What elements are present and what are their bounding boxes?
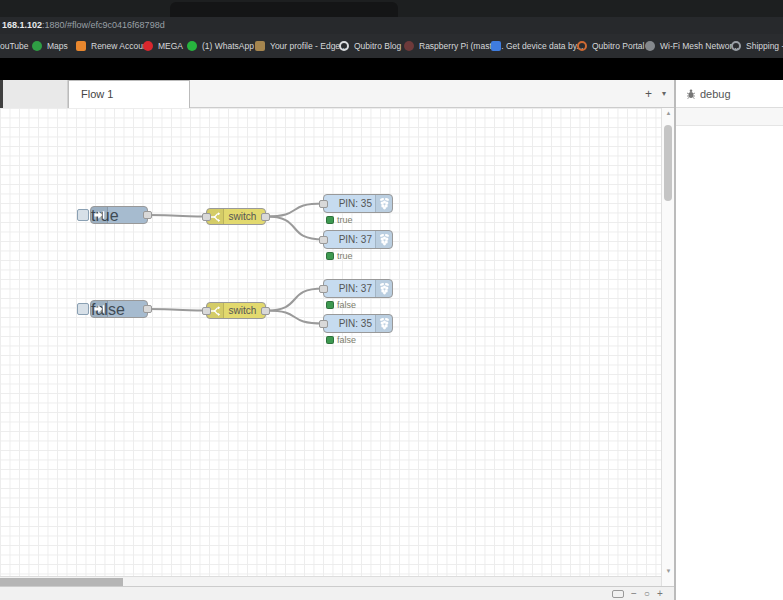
- wire: [148, 215, 206, 217]
- output-port[interactable]: [143, 211, 152, 219]
- app-window: 168.1.102:1880/#flow/efc9c0416f68798d ou…: [0, 0, 783, 600]
- node-label: PIN: 37: [328, 231, 372, 248]
- tab-debug[interactable]: debug: [686, 80, 731, 108]
- bookmark-label: Shipping -: [746, 41, 783, 51]
- flow-canvas[interactable]: trueswitchPIN: 35truePIN: 37truefalseswi…: [0, 108, 661, 576]
- bookmark-label: Qubitro Portal: [592, 41, 644, 51]
- status-text: true: [337, 251, 353, 261]
- debug-toolbar: [676, 108, 783, 126]
- zoom-out-button[interactable]: −: [631, 588, 637, 600]
- navigator-toggle-icon[interactable]: [612, 590, 624, 598]
- status-dot-icon: [326, 252, 334, 260]
- bookmark-label: Qubitro Blog: [354, 41, 401, 51]
- input-port[interactable]: [319, 285, 328, 293]
- input-port[interactable]: [319, 236, 328, 244]
- input-port[interactable]: [319, 200, 328, 208]
- browser-tab-strip: [0, 0, 783, 17]
- browser-active-tab[interactable]: [170, 2, 398, 17]
- node-inject-true[interactable]: true: [77, 206, 148, 224]
- zoom-in-button[interactable]: +: [657, 588, 663, 600]
- wire: [148, 309, 206, 311]
- vertical-scrollbar-thumb[interactable]: [664, 125, 672, 201]
- output-port[interactable]: [143, 305, 152, 313]
- inject-button[interactable]: [77, 209, 89, 221]
- inject-icon: [93, 209, 105, 221]
- url-path: :1880/#flow/efc9c0416f68798d: [42, 20, 165, 30]
- status-dot-icon: [326, 336, 334, 344]
- bookmark-item[interactable]: Get device data by...: [491, 41, 583, 51]
- node-label: PIN: 35: [328, 195, 372, 212]
- bookmark-item[interactable]: (1) WhatsApp: [187, 41, 254, 51]
- bookmark-label: Your profile - Edge...: [270, 41, 347, 51]
- edge-profile-favicon-icon: [255, 41, 265, 51]
- bookmark-item[interactable]: Raspberry Pi (maste...: [404, 41, 504, 51]
- raspberry-pi-icon: [378, 197, 391, 210]
- vertical-scrollbar[interactable]: ▲ ▼: [661, 108, 674, 586]
- bookmark-item[interactable]: Wi-Fi Mesh Networ...: [645, 41, 739, 51]
- node-status: false: [326, 335, 356, 345]
- inject-icon: [93, 303, 105, 315]
- device-data-favicon-icon: [491, 41, 501, 51]
- node-rpi-pin-35[interactable]: PIN: 35: [323, 194, 393, 213]
- zoom-reset-button[interactable]: ○: [644, 588, 650, 600]
- node-rpi-pin-37[interactable]: PIN: 37: [323, 230, 393, 249]
- browser-address-bar[interactable]: 168.1.102:1880/#flow/efc9c0416f68798d: [0, 17, 783, 34]
- tab-flow-1[interactable]: Flow 1: [68, 80, 190, 108]
- bookmark-item[interactable]: ouTube: [0, 41, 29, 51]
- bookmarks-bar: ouTubeMapsRenew AccountMEGA(1) WhatsAppY…: [0, 34, 783, 58]
- qubitro-blog-favicon-icon: [339, 41, 349, 51]
- palette-edge: [0, 80, 3, 108]
- zoom-controls: − ○ +: [612, 587, 663, 600]
- tabbar-left-gutter: [0, 80, 68, 108]
- status-dot-icon: [326, 216, 334, 224]
- bookmark-item[interactable]: MEGA: [143, 41, 183, 51]
- horizontal-scrollbar[interactable]: [0, 576, 661, 586]
- output-port[interactable]: [261, 213, 270, 221]
- output-port[interactable]: [261, 307, 270, 315]
- node-status: true: [326, 251, 353, 261]
- bookmark-item[interactable]: Qubitro Portal: [577, 41, 644, 51]
- raspberry-pi-icon: [378, 233, 391, 246]
- nodered-header: [0, 58, 783, 80]
- node-label: switch: [224, 303, 261, 318]
- input-port[interactable]: [319, 320, 328, 328]
- debug-bug-icon: [686, 89, 696, 99]
- horizontal-scrollbar-thumb[interactable]: [0, 578, 123, 586]
- bookmark-item[interactable]: Maps: [32, 41, 68, 51]
- flow-list-dropdown-icon[interactable]: ▾: [662, 80, 666, 108]
- status-text: true: [337, 215, 353, 225]
- workspace-footer: − ○ +: [0, 586, 783, 600]
- bookmark-item[interactable]: Your profile - Edge...: [255, 41, 347, 51]
- status-dot-icon: [326, 301, 334, 309]
- input-port[interactable]: [202, 307, 211, 315]
- input-port[interactable]: [202, 213, 211, 221]
- bookmark-label: Renew Account: [91, 41, 150, 51]
- inject-button[interactable]: [77, 303, 89, 315]
- wire: [266, 289, 323, 311]
- node-status: true: [326, 215, 353, 225]
- sidebar-panel: debug: [676, 80, 783, 600]
- raspberry-pi-icon: [378, 282, 391, 295]
- flow-tabbar: Flow 1 + ▾: [0, 80, 676, 108]
- bookmark-label: Wi-Fi Mesh Networ...: [660, 41, 739, 51]
- whatsapp-favicon-icon: [187, 41, 197, 51]
- node-inject-false[interactable]: false: [77, 300, 148, 318]
- status-text: false: [337, 335, 356, 345]
- node-body[interactable]: true: [90, 206, 148, 224]
- node-label: PIN: 35: [328, 315, 372, 332]
- mega-favicon-icon: [143, 41, 153, 51]
- node-body[interactable]: false: [90, 300, 148, 318]
- bookmark-item[interactable]: Renew Account: [76, 41, 150, 51]
- add-flow-button[interactable]: +: [645, 80, 652, 108]
- node-switch-switch[interactable]: switch: [206, 208, 266, 225]
- wire: [266, 217, 323, 240]
- raspberry-pi-favicon-icon: [404, 41, 414, 51]
- node-switch-switch[interactable]: switch: [206, 302, 266, 319]
- node-rpi-pin-37[interactable]: PIN: 37: [323, 279, 393, 298]
- bookmark-item[interactable]: Qubitro Blog: [339, 41, 401, 51]
- maps-favicon-icon: [32, 41, 42, 51]
- shipping-favicon-icon: [731, 41, 741, 51]
- node-rpi-pin-35[interactable]: PIN: 35: [323, 314, 393, 333]
- node-status: false: [326, 300, 356, 310]
- bookmark-item[interactable]: Shipping -: [731, 41, 783, 51]
